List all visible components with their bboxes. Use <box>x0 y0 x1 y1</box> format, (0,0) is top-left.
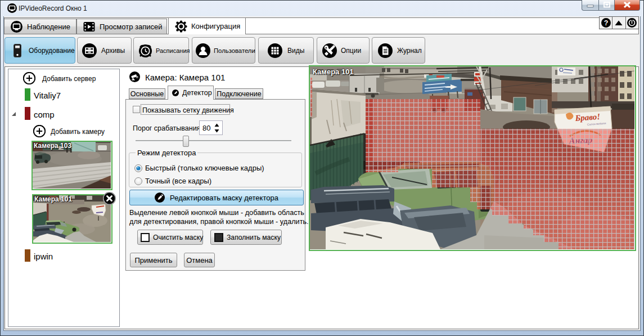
svg-text:?: ? <box>604 19 608 27</box>
svg-text:Браво!: Браво! <box>574 112 600 123</box>
